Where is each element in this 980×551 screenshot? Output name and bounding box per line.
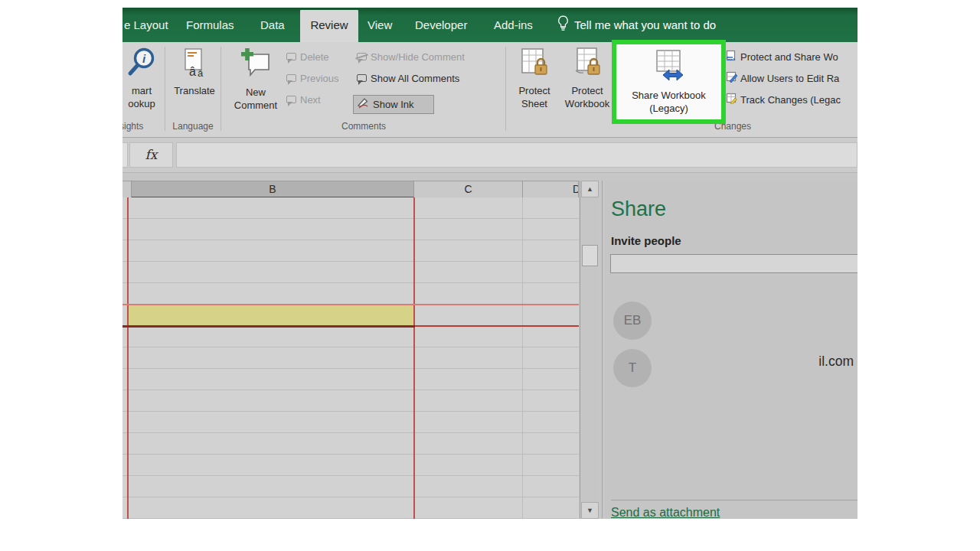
red-border-row-bottom-cd (415, 325, 579, 327)
show-hide-comment-icon (357, 53, 367, 60)
magnifier-icon: i (122, 47, 161, 82)
group-label-insights: sights (122, 121, 156, 132)
avatar[interactable]: T (613, 349, 652, 387)
share-pane: Share Invite people EB T il.com Send as … (605, 181, 858, 519)
allow-users-edit-ranges-label: Allow Users to Edit Ra (740, 73, 839, 84)
tab-review-active[interactable]: Review (300, 10, 358, 42)
smart-lookup-label-2: ookup (128, 98, 155, 109)
show-all-comments-icon (357, 74, 367, 82)
formula-input[interactable] (176, 142, 858, 168)
new-comment-icon (228, 47, 283, 83)
share-workbook-label-2: (Legacy) (649, 103, 688, 114)
allow-users-edit-ranges-button[interactable]: Allow Users to Edit Ra (726, 71, 858, 85)
scroll-up-button[interactable]: ▲ (581, 181, 599, 197)
comment-next-icon (286, 96, 296, 103)
tab-developer[interactable]: Developer (415, 18, 467, 33)
vertical-scrollbar[interactable]: ▲ ▼ (580, 181, 599, 519)
show-hide-comment-label: Show/Hide Comment (371, 51, 465, 63)
show-ink-label: Show Ink (373, 99, 413, 110)
group-divider (505, 47, 506, 131)
lightbulb-icon (557, 15, 569, 34)
pane-divider (602, 181, 603, 519)
name-box[interactable] (122, 142, 128, 168)
show-ink-button[interactable]: Show Ink (357, 97, 413, 111)
excel-window: e Layout Formulas Data Review View Devel… (122, 8, 858, 519)
shared-user-email: il.com (818, 354, 854, 370)
share-pane-title: Share (611, 197, 666, 221)
translate-label: Translate (174, 85, 215, 96)
svg-text:â: â (189, 65, 196, 78)
ribbon: i mart ookup â ǎ Translate (122, 42, 858, 138)
spreadsheet-grid[interactable] (122, 197, 579, 519)
column-headers: B C D (122, 181, 579, 197)
column-header-c[interactable]: C (414, 181, 523, 198)
protect-workbook-label-1: Protect (571, 85, 603, 96)
column-header-a-sliver[interactable] (122, 181, 131, 198)
invite-people-input[interactable] (610, 254, 858, 273)
red-border-row-bottom-b (122, 325, 415, 328)
protect-and-share-button[interactable]: Protect and Share Wo (726, 50, 858, 64)
new-comment-button[interactable]: New Comment (228, 45, 283, 112)
allow-users-edit-ranges-icon (726, 71, 737, 85)
send-as-attachment-link[interactable]: Send as attachment (611, 506, 720, 519)
avatar[interactable]: EB (613, 302, 652, 340)
delete-comment-button[interactable]: Delete (286, 50, 329, 64)
tell-me-label: Tell me what you want to do (574, 18, 716, 31)
invite-people-label: Invite people (611, 234, 681, 247)
red-border-left (127, 197, 129, 519)
smart-lookup-button[interactable]: i mart ookup (122, 45, 161, 110)
column-header-b[interactable]: B (131, 181, 414, 198)
tab-review[interactable]: Review (300, 18, 358, 33)
next-label: Next (300, 94, 321, 106)
red-border-right (413, 197, 415, 519)
tab-formulas[interactable]: Formulas (186, 18, 234, 33)
highlighted-cell[interactable] (129, 305, 413, 325)
pane-divider-line (611, 500, 858, 500)
protect-workbook-icon (564, 47, 611, 82)
column-header-d[interactable]: D (523, 181, 579, 198)
protect-sheet-button[interactable]: Protect Sheet (513, 45, 556, 110)
column-header-d-label: D (573, 181, 579, 197)
scrollbar-thumb[interactable] (582, 245, 598, 266)
tab-data[interactable]: Data (260, 18, 285, 33)
tab-add-ins[interactable]: Add-ins (494, 18, 533, 33)
fx-icon: fx (145, 147, 158, 162)
ribbon-tab-bar: e Layout Formulas Data Review View Devel… (122, 8, 858, 42)
comment-previous-icon (286, 74, 296, 82)
show-ink-icon (357, 97, 369, 111)
show-all-comments-button[interactable]: Show All Comments (357, 71, 459, 85)
show-all-comments-label: Show All Comments (371, 73, 459, 84)
group-label-language: Language (165, 121, 220, 132)
formula-bar: fx (122, 138, 858, 173)
track-changes-label: Track Changes (Legac (740, 94, 841, 106)
protect-and-share-icon (726, 50, 737, 64)
insert-function-button[interactable]: fx (129, 142, 173, 168)
protect-workbook-button[interactable]: Protect Workbook (564, 45, 611, 110)
share-workbook-label-1: Share Workbook (632, 90, 706, 101)
gridline-c-d (522, 197, 523, 519)
track-changes-button[interactable]: Track Changes (Legac (726, 93, 858, 106)
track-changes-icon (726, 93, 737, 106)
grid-rows (122, 197, 579, 519)
protect-sheet-icon (513, 47, 556, 82)
translate-button[interactable]: â ǎ Translate (168, 45, 220, 97)
tab-page-layout[interactable]: e Layout (124, 18, 168, 33)
smart-lookup-label-1: mart (132, 85, 152, 96)
comment-delete-icon (286, 53, 296, 60)
translate-icon: â ǎ (168, 47, 220, 82)
next-comment-button[interactable]: Next (286, 93, 321, 106)
share-workbook-icon (616, 49, 721, 87)
delete-label: Delete (300, 51, 329, 63)
show-hide-comment-button[interactable]: Show/Hide Comment (357, 50, 465, 64)
new-comment-label-1: New (246, 86, 266, 98)
new-comment-label-2: Comment (234, 99, 277, 111)
previous-comment-button[interactable]: Previous (286, 71, 339, 85)
group-label-comments: Comments (318, 121, 410, 132)
svg-text:ǎ: ǎ (198, 67, 204, 79)
tab-view[interactable]: View (368, 18, 392, 33)
protect-and-share-label: Protect and Share Wo (740, 51, 838, 63)
tell-me-box[interactable]: Tell me what you want to do (557, 16, 716, 33)
scroll-down-button[interactable]: ▼ (581, 502, 599, 519)
share-workbook-button[interactable]: Share Workbook (Legacy) (616, 49, 721, 115)
group-divider (220, 47, 221, 131)
